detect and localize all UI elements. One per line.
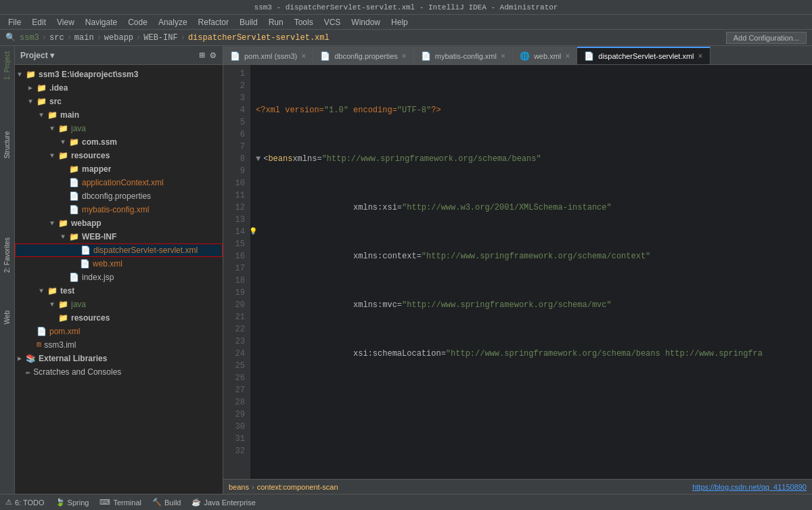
breadcrumb-bar: 🔍 ssm3 › src › main › webapp › WEB-INF ›… — [0, 30, 812, 46]
code-line-5: xmlns:mvc="http://www.springframework.or… — [256, 299, 807, 311]
left-side-tabs: 1: Project Structure 2: Favorites Web — [0, 46, 15, 494]
menu-item-code[interactable]: Code — [122, 16, 153, 28]
menu-item-file[interactable]: File — [3, 16, 26, 28]
sidebar-title: Project ▾ — [20, 51, 54, 60]
tree-item-java[interactable]: ▼ 📁 java — [15, 122, 223, 135]
add-configuration-button[interactable]: Add Configuration... — [726, 32, 807, 44]
sidebar-settings-icon[interactable]: ⚙ — [209, 48, 217, 62]
menu-item-window[interactable]: Window — [346, 16, 386, 28]
code-content[interactable]: <?xml version="1.0" encoding="UTF-8"?> ▼… — [250, 65, 812, 479]
sidebar-toolbar: ⊞ ⚙ — [198, 48, 217, 62]
status-component-scan: context:component-scan — [257, 483, 338, 491]
tree-item-test[interactable]: ▼ 📁 test — [15, 284, 223, 298]
tree-item-mybatis[interactable]: 📄 mybatis-config.xml — [15, 203, 223, 216]
tree-item-webapp[interactable]: ▼ 📁 webapp — [15, 216, 223, 230]
tab-dispatcher[interactable]: 📄 dispatcherServlet-servlet.xml × — [577, 47, 710, 64]
project-sidebar: Project ▾ ⊞ ⚙ ▼ 📁 ssm3 E:\ideaproject\ss… — [15, 46, 223, 494]
tab-close-webxml[interactable]: × — [565, 51, 570, 61]
mybatis-tab-icon: 📄 — [421, 51, 431, 61]
menu-item-view[interactable]: View — [51, 16, 80, 28]
tab-close-pom[interactable]: × — [301, 51, 306, 61]
tree-item-dbconfig[interactable]: 📄 dbconfig.properties — [15, 189, 223, 203]
menu-item-refactor[interactable]: Refactor — [193, 16, 234, 28]
tree-item-com-ssm[interactable]: ▼ 📁 com.ssm — [15, 135, 223, 149]
scratches-label: Scratches and Consoles — [33, 367, 121, 377]
webxml-tab-icon: 🌐 — [520, 51, 530, 61]
menu-item-tools[interactable]: Tools — [289, 16, 319, 28]
tab-mybatis[interactable]: 📄 mybatis-config.xml × — [414, 47, 513, 64]
breadcrumb-file: dispatcherServlet-servlet.xml — [188, 33, 330, 43]
tree-item-resources[interactable]: ▼ 📁 resources — [15, 149, 223, 162]
code-line-7 — [256, 396, 807, 409]
dispatcher-tab-icon: 📄 — [584, 51, 594, 61]
line-numbers: 1 ●2 3 4 5 6 7 8 9 10 ●11 12 13 ▼💡14 15 … — [223, 65, 250, 479]
sidebar-collapse-icon[interactable]: ⊞ — [198, 48, 206, 62]
side-tab-structure[interactable]: Structure — [1, 126, 14, 164]
code-line-2: ▼<beans xmlns="http://www.springframewor… — [256, 153, 807, 165]
editor-tab-bar: 📄 pom.xml (ssm3) × 📄 dbconfig.properties… — [223, 46, 812, 65]
tree-item-dispatcher-xml[interactable]: 📄 dispatcherServlet-servlet.xml — [15, 244, 223, 257]
breadcrumb-webapp[interactable]: webapp — [104, 33, 133, 43]
search-icon[interactable]: 🔍 — [5, 32, 16, 43]
title-text: ssm3 - dispatcherServlet-servlet.xml - I… — [254, 3, 558, 11]
tree-item-scratches[interactable]: ✏️ Scratches and Consoles — [15, 365, 223, 379]
tree-item-ssm3[interactable]: ▼ 📁 ssm3 E:\ideaproject\ssm3 — [15, 68, 223, 81]
title-bar: ssm3 - dispatcherServlet-servlet.xml - I… — [0, 0, 812, 15]
code-line-6: xsi:schemaLocation="http://www.springfra… — [256, 348, 807, 360]
side-tab-favorites[interactable]: 2: Favorites — [1, 232, 14, 278]
tab-webxml[interactable]: 🌐 web.xml × — [513, 47, 577, 64]
editor-area: 📄 pom.xml (ssm3) × 📄 dbconfig.properties… — [223, 46, 812, 494]
code-editor[interactable]: 1 ●2 3 4 5 6 7 8 9 10 ●11 12 13 ▼💡14 15 … — [223, 65, 812, 479]
status-url-link[interactable]: https://blog.csdn.net/qq_41150890 — [692, 483, 807, 491]
pom-xml-tab-icon: 📄 — [230, 51, 240, 61]
tree-item-pom-xml[interactable]: 📄 pom.xml — [15, 325, 223, 338]
tree-item-web-xml[interactable]: 📄 web.xml — [15, 257, 223, 271]
sidebar-tree: ▼ 📁 ssm3 E:\ideaproject\ssm3 ▶ 📁 .idea ▼… — [15, 65, 223, 494]
sidebar-header: Project ▾ ⊞ ⚙ — [15, 46, 223, 65]
tree-item-test-java[interactable]: ▼ 📁 java — [15, 298, 223, 311]
status-beans: beans — [229, 483, 249, 491]
tree-item-mapper[interactable]: 📁 mapper — [15, 162, 223, 176]
bottom-java-enterprise[interactable]: ☕ Java Enterprise — [191, 498, 255, 507]
tree-item-webinf[interactable]: ▼ 📁 WEB-INF — [15, 230, 223, 244]
tree-item-idea[interactable]: ▶ 📁 .idea — [15, 81, 223, 95]
breadcrumb-src[interactable]: src — [49, 33, 64, 43]
tab-close-mybatis[interactable]: × — [501, 51, 505, 61]
tab-close-dispatcher[interactable]: × — [698, 51, 703, 61]
menu-item-navigate[interactable]: Navigate — [80, 16, 122, 28]
tree-item-ext-libs[interactable]: ▶ 📚 External Libraries — [15, 352, 223, 365]
tree-item-test-resources[interactable]: 📁 resources — [15, 311, 223, 325]
bottom-terminal[interactable]: ⌨ Terminal — [99, 498, 141, 507]
menu-item-edit[interactable]: Edit — [26, 16, 51, 28]
menu-item-run[interactable]: Run — [263, 16, 289, 28]
bottom-bar: ⚠ 6: TODO 🍃 Spring ⌨ Terminal 🔨 Build ☕ … — [0, 494, 812, 510]
tab-dbconfig[interactable]: 📄 dbconfig.properties × — [313, 47, 414, 64]
side-tab-web[interactable]: Web — [1, 305, 14, 329]
code-line-8 — [256, 445, 807, 457]
bottom-build[interactable]: 🔨 Build — [152, 498, 181, 507]
tab-close-dbconfig[interactable]: × — [402, 51, 407, 61]
tab-pom-xml[interactable]: 📄 pom.xml (ssm3) × — [223, 47, 313, 64]
dbconfig-tab-icon: 📄 — [320, 51, 330, 61]
tree-item-ssm3-iml[interactable]: m ssm3.iml — [15, 338, 223, 352]
menu-item-help[interactable]: Help — [386, 16, 413, 28]
status-bar: beans › context:component-scan https://b… — [223, 479, 812, 494]
code-line-3: xmlns:xsi="http://www.w3.org/2001/XMLSch… — [256, 202, 807, 214]
status-breadcrumb: beans › context:component-scan — [229, 483, 338, 491]
tree-item-index-jsp[interactable]: 📄 index.jsp — [15, 271, 223, 284]
tree-item-appcontext[interactable]: 📄 applicationContext.xml — [15, 176, 223, 189]
bottom-todo[interactable]: ⚠ 6: TODO — [5, 498, 45, 507]
menu-item-vcs[interactable]: VCS — [319, 16, 346, 28]
menu-item-build[interactable]: Build — [234, 16, 263, 28]
breadcrumb-ssm3[interactable]: ssm3 — [20, 33, 39, 43]
menu-bar: File Edit View Navigate Code Analyze Ref… — [0, 15, 812, 30]
code-line-4: xmlns:context="http://www.springframewor… — [256, 250, 807, 262]
tree-item-main[interactable]: ▼ 📁 main — [15, 108, 223, 122]
side-tab-project[interactable]: 1: Project — [1, 46, 14, 85]
menu-item-analyze[interactable]: Analyze — [153, 16, 193, 28]
tree-item-src[interactable]: ▼ 📁 src — [15, 95, 223, 108]
bottom-spring[interactable]: 🍃 Spring — [55, 498, 89, 507]
breadcrumb-main[interactable]: main — [74, 33, 94, 43]
breadcrumb-webinf[interactable]: WEB-INF — [143, 33, 177, 43]
code-line-1: <?xml version="1.0" encoding="UTF-8"?> — [256, 104, 807, 116]
